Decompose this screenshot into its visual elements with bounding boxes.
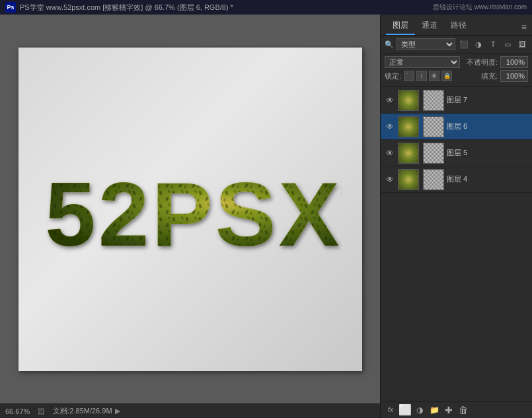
layer-4-visibility[interactable]: 👁 (385, 174, 395, 185)
layer-item-7[interactable]: 👁 图层 7 (381, 87, 532, 114)
filter-type-icon[interactable]: T (487, 38, 499, 50)
layers-bottom-toolbar: fx ⬜ ◑ 📁 ✚ 🗑 (381, 401, 532, 418)
layer-7-name: 图层 7 (447, 95, 528, 105)
opacity-label: 不透明度: (467, 57, 498, 67)
filter-adjust-icon[interactable]: ◑ (473, 38, 484, 50)
panel-tabs: 图层 通道 路径 ≡ (381, 15, 532, 36)
tab-layers[interactable]: 图层 (386, 17, 415, 35)
search-icon: 🔍 (385, 40, 394, 49)
filter-shape-icon[interactable]: ▭ (502, 38, 513, 50)
kiwi-text-outline: 52PSXT (45, 163, 342, 265)
status-arrow: ▶ (115, 407, 120, 415)
status-icon: 🖼 (38, 407, 45, 415)
lock-gradient-btn[interactable]: / (416, 71, 427, 81)
layer-controls: 正常 溶解 变暗 正片叠底 不透明度: 锁定: ⬛ / ✙ 🔒 填充: (381, 53, 532, 87)
layer-6-thumb (398, 116, 419, 137)
titlebar: Ps PS学堂 www.52psxt.com [猕猴桃字效] @ 66.7% (… (0, 0, 532, 15)
layer-4-mask-thumb (423, 169, 444, 190)
kiwi-text-svg: 52PSXT 52PSXT 52PSXT (38, 143, 342, 275)
layer-6-visibility[interactable]: 👁 (385, 122, 395, 132)
canvas-area: 52PSXT 52PSXT 52PSXT 66.67% 🖼 文档:2.85M/2… (0, 15, 380, 418)
tab-channels[interactable]: 通道 (415, 17, 444, 35)
panel-menu-icon[interactable]: ≡ (521, 22, 527, 35)
canvas: 52PSXT 52PSXT 52PSXT (19, 48, 362, 371)
lock-pixels-btn[interactable]: ⬛ (404, 71, 414, 81)
fill-input[interactable] (500, 70, 528, 82)
layer-4-name: 图层 4 (447, 174, 528, 184)
layer-5-thumb (398, 143, 419, 164)
layer-type-filter[interactable]: 类型 (397, 38, 455, 50)
layers-list: 👁 图层 7 👁 (381, 87, 532, 401)
zoom-level: 66.67% (5, 407, 30, 415)
filter-smart-icon[interactable]: 🖼 (516, 38, 528, 50)
group-button[interactable]: 📁 (428, 404, 440, 416)
lock-icons-group: ⬛ / ✙ 🔒 (404, 71, 452, 81)
fx-button[interactable]: fx (385, 404, 397, 416)
mask-button[interactable]: ⬜ (399, 404, 411, 416)
lock-label: 锁定: (385, 71, 401, 81)
layer-item-4[interactable]: 👁 图层 4 (381, 166, 532, 193)
layer-item-5[interactable]: 👁 图层 5 (381, 140, 532, 166)
status-bar: 66.67% 🖼 文档:2.85M/26.9M ▶ (0, 403, 380, 418)
blend-mode-select[interactable]: 正常 溶解 变暗 正片叠底 (385, 56, 460, 68)
delete-layer-button[interactable]: 🗑 (457, 404, 469, 416)
ps-logo: Ps (5, 2, 16, 13)
tab-paths[interactable]: 路径 (444, 17, 473, 35)
layer-6-mask-thumb (423, 116, 444, 137)
layers-search-bar: 🔍 类型 ⬛ ◑ T ▭ 🖼 (381, 36, 532, 53)
lock-all-btn[interactable]: 🔒 (441, 71, 452, 81)
title-text: PS学堂 www.52psxt.com [猕猴桃字效] @ 66.7% (图层 … (20, 3, 233, 13)
adjustment-button[interactable]: ◑ (414, 404, 426, 416)
layer-item-6[interactable]: 👁 图层 6 (381, 114, 532, 140)
fill-label: 填充: (481, 71, 498, 81)
new-layer-button[interactable]: ✚ (443, 404, 455, 416)
layer-6-name: 图层 6 (447, 122, 528, 131)
canvas-container: 52PSXT 52PSXT 52PSXT (0, 15, 380, 403)
layer-7-thumb (398, 90, 419, 111)
watermark: 思锐设计论坛 www.rissvlan.com (433, 3, 527, 12)
main-layout: 52PSXT 52PSXT 52PSXT 66.67% 🖼 文档:2.85M/2… (0, 15, 532, 418)
layer-5-visibility[interactable]: 👁 (385, 148, 395, 158)
layers-panel: 图层 通道 路径 ≡ 🔍 类型 ⬛ ◑ T ▭ 🖼 正常 溶解 变暗 (380, 15, 532, 418)
layer-7-mask-thumb (423, 90, 444, 111)
filter-pixel-icon[interactable]: ⬛ (458, 38, 470, 50)
lock-position-btn[interactable]: ✙ (429, 71, 439, 81)
layer-4-thumb (398, 169, 419, 190)
opacity-input[interactable] (500, 56, 528, 68)
layer-5-mask-thumb (423, 143, 444, 164)
layer-7-visibility[interactable]: 👁 (385, 95, 395, 106)
layer-5-name: 图层 5 (447, 148, 528, 158)
doc-info: 文档:2.85M/26.9M (53, 406, 112, 416)
